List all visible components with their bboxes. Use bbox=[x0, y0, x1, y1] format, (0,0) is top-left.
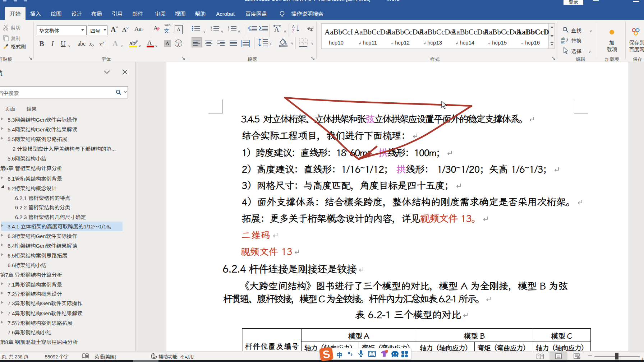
svg-text:3: 3 bbox=[211, 29, 212, 32]
svg-text:?: ? bbox=[155, 354, 157, 359]
svg-text:A: A bbox=[274, 25, 279, 33]
svg-text:ac: ac bbox=[561, 39, 565, 44]
svg-text:3: 3 bbox=[228, 29, 229, 32]
svg-text:Z: Z bbox=[292, 28, 294, 33]
